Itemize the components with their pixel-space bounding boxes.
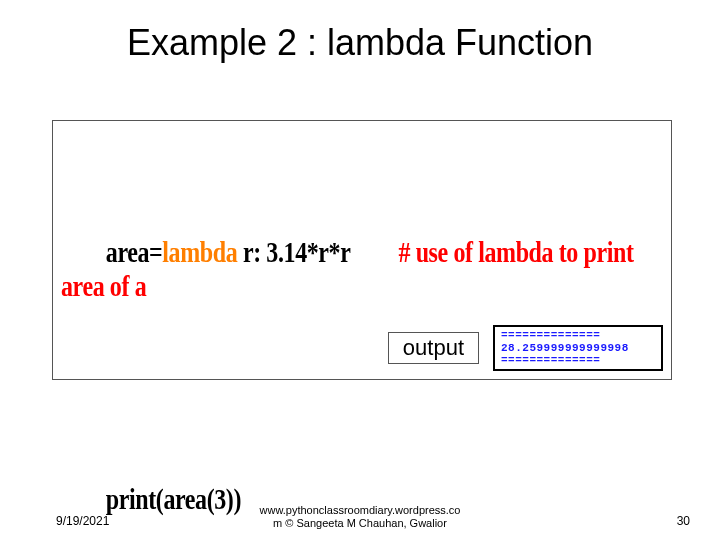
footer-credit: www.pythonclassroomdiary.wordpress.co m … [210, 504, 510, 530]
output-label: output [388, 332, 479, 364]
console-output: ============== 28.259999999999998 ======… [493, 325, 663, 371]
footer-credit-line: m © Sangeeta M Chauhan, Gwalior [210, 517, 510, 530]
footer: 9/19/2021 www.pythonclassroomdiary.wordp… [0, 498, 720, 528]
console-value: 28.259999999999998 [501, 342, 655, 355]
console-rule: ============== [501, 354, 655, 367]
footer-date: 9/19/2021 [56, 514, 109, 528]
keyword-lambda: lambda [162, 235, 237, 268]
footer-page-number: 30 [677, 514, 690, 528]
code-line-1: area=lambda r: 3.14*r*r# use of lambda t… [61, 200, 663, 338]
slide-title: Example 2 : lambda Function [0, 22, 720, 64]
footer-credit-line: www.pythonclassroomdiary.wordpress.co [210, 504, 510, 517]
console-rule: ============== [501, 329, 655, 342]
code-token: r: 3.14*r*r [237, 235, 350, 268]
code-token: area= [106, 235, 163, 268]
output-row: output ============== 28.259999999999998… [53, 325, 671, 371]
slide: Example 2 : lambda Function area=lambda … [0, 0, 720, 540]
code-frame: area=lambda r: 3.14*r*r# use of lambda t… [52, 120, 672, 380]
